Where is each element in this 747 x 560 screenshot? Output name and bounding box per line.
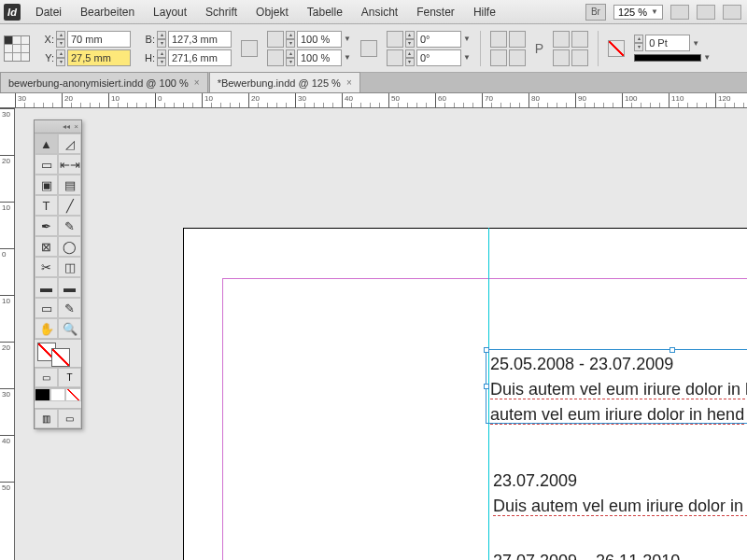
menu-tabelle[interactable]: Tabelle (298, 2, 352, 22)
text-frame-1[interactable]: 25.05.2008 - 23.07.2009 Duis autem vel e… (486, 349, 747, 424)
x-stepper[interactable]: ▴▾ (56, 31, 65, 48)
stroke-style[interactable] (634, 54, 701, 62)
menu-objekt[interactable]: Objekt (247, 2, 298, 22)
close-icon[interactable]: × (346, 77, 352, 88)
select-prev-icon[interactable] (553, 49, 570, 66)
rotate-ccw-icon[interactable] (509, 31, 526, 48)
arrange-icon[interactable] (723, 5, 741, 20)
rotate-cw-icon[interactable] (490, 31, 507, 48)
ruler-horizontal[interactable]: 3020100102030405060708090100110120 (0, 93, 747, 108)
hand-tool[interactable]: ✋ (35, 318, 58, 339)
menu-ansicht[interactable]: Ansicht (352, 2, 407, 22)
document-tab-1[interactable]: bewerbung-anonymisiert.indd @ 100 %× (0, 72, 208, 92)
scissors-tool[interactable]: ✂ (35, 257, 58, 277)
apply-none-icon[interactable] (65, 388, 81, 401)
app-icon: Id (4, 4, 21, 21)
zoom-tool[interactable]: 🔍 (58, 318, 81, 339)
gradient-feather-tool[interactable]: ▬ (58, 277, 81, 298)
no-stroke-icon[interactable] (608, 40, 625, 57)
w-stepper[interactable]: ▴▾ (157, 31, 166, 48)
view-mode-preview[interactable]: ▭ (58, 409, 81, 428)
canvas[interactable]: 25.05.2008 - 23.07.2009 Duis autem vel e… (15, 108, 747, 560)
workspace: 30201001020304050 25.05.2008 - 23.07.200… (0, 108, 747, 560)
menu-fenster[interactable]: Fenster (407, 2, 464, 22)
gap-tool[interactable]: ⇤⇥ (58, 154, 81, 175)
page-tool[interactable]: ▭ (35, 154, 58, 175)
flip-h-icon[interactable] (490, 49, 507, 66)
scale-y-field[interactable]: 100 % (297, 49, 342, 66)
width-field[interactable]: 127,3 mm (168, 31, 232, 48)
apply-color-icon[interactable] (35, 388, 50, 401)
frame-line: 25.05.2008 - 23.07.2009 (490, 355, 673, 373)
toolbox: ◂◂× ▲ ◿ ▭ ⇤⇥ ▣ ▤ T ╱ ✒ ✎ ⊠ ◯ ✂ ◫ ▬ ▬ ▭ ✎… (34, 119, 82, 429)
eyedropper-tool[interactable]: ✎ (58, 298, 81, 318)
stroke-weight-field[interactable]: 0 Pt (645, 35, 690, 51)
screen-mode-icon[interactable] (697, 5, 715, 20)
document-tabs: bewerbung-anonymisiert.indd @ 100 %× *Be… (0, 73, 747, 93)
direct-selection-tool[interactable]: ◿ (58, 133, 81, 154)
frame-line: Duis autem vel eum iriure dolor in h (490, 380, 747, 399)
menu-schrift[interactable]: Schrift (196, 2, 247, 22)
bridge-button[interactable]: Br (585, 4, 606, 21)
menu-datei[interactable]: Datei (26, 2, 71, 22)
frame-line: 27.07.2009 – 26.11.2010 (493, 552, 680, 560)
line-tool[interactable]: ╱ (58, 195, 81, 216)
frame-line: Duis autem vel eum iriure dolor in h (493, 497, 747, 516)
p-indicator: P (535, 41, 543, 56)
apply-gradient-icon[interactable] (50, 388, 66, 401)
rectangle-frame-tool[interactable]: ⊠ (35, 236, 58, 257)
stroke-swatch[interactable] (51, 348, 70, 367)
frame-line: 23.07.2009 (493, 471, 577, 490)
formatting-text-icon[interactable]: T (58, 368, 81, 387)
select-content-icon[interactable] (571, 31, 588, 48)
menu-layout[interactable]: Layout (144, 2, 196, 22)
view-mode-normal[interactable]: ▥ (35, 409, 58, 428)
rotate-field[interactable]: 0° (416, 31, 461, 48)
ellipse-tool[interactable]: ◯ (58, 236, 81, 257)
flip-v-icon[interactable] (509, 49, 526, 66)
close-icon[interactable]: × (194, 77, 200, 88)
link-scale-icon[interactable] (360, 40, 377, 57)
select-next-icon[interactable] (571, 49, 588, 66)
pencil-tool[interactable]: ✎ (58, 216, 81, 236)
rotate-icon (387, 31, 403, 48)
reference-point[interactable] (4, 35, 30, 62)
height-field[interactable]: 271,6 mm (168, 49, 232, 66)
constrain-icon[interactable] (241, 40, 258, 57)
view-options-icon[interactable] (670, 5, 689, 20)
scale-x-field[interactable]: 100 % (297, 31, 342, 48)
content-placer-tool[interactable]: ▤ (58, 175, 81, 195)
gradient-swatch-tool[interactable]: ▬ (35, 277, 58, 298)
menu-hilfe[interactable]: Hilfe (464, 2, 505, 22)
menu-bearbeiten[interactable]: Bearbeiten (71, 2, 144, 22)
y-field[interactable]: 27,5 mm (67, 49, 131, 66)
ruler-vertical[interactable]: 30201001020304050 (0, 108, 15, 560)
content-collector-tool[interactable]: ▣ (35, 175, 58, 195)
shear-icon (387, 49, 403, 66)
free-transform-tool[interactable]: ◫ (58, 257, 81, 277)
selection-tool[interactable]: ▲ (35, 133, 58, 154)
toolbox-header[interactable]: ◂◂× (35, 120, 81, 133)
frame-line: autem vel eum iriure dolor in hend (490, 405, 744, 425)
chevron-down-icon: ▼ (651, 7, 658, 16)
x-field[interactable]: 70 mm (67, 31, 131, 48)
note-tool[interactable]: ▭ (35, 298, 58, 318)
formatting-container-icon[interactable]: ▭ (35, 368, 58, 387)
control-bar: X:▴▾70 mm Y:▴▾27,5 mm B:▴▾127,3 mm H:▴▾2… (0, 24, 747, 73)
scale-x-icon (267, 31, 284, 48)
type-tool[interactable]: T (35, 195, 58, 216)
document-tab-2[interactable]: *Bewerbung.indd @ 125 %× (209, 72, 360, 92)
h-stepper[interactable]: ▴▾ (157, 49, 166, 66)
select-container-icon[interactable] (553, 31, 570, 48)
y-stepper[interactable]: ▴▾ (56, 49, 65, 66)
pen-tool[interactable]: ✒ (35, 216, 58, 236)
zoom-select[interactable]: 125 %▼ (613, 5, 663, 20)
scale-y-icon (267, 49, 284, 66)
shear-field[interactable]: 0° (416, 49, 461, 66)
menubar: Id Datei Bearbeiten Layout Schrift Objek… (0, 0, 747, 24)
